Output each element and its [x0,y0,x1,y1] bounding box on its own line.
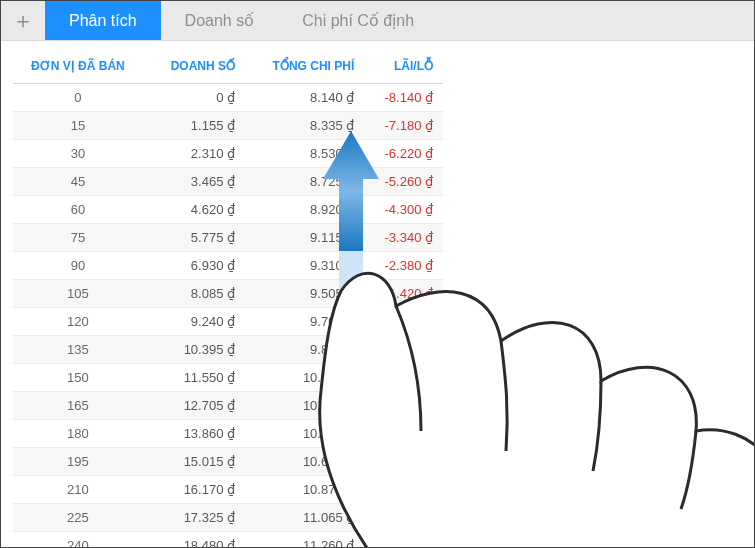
sales-cell: 12.705 ₫ [147,392,245,420]
cost-cell: 9.310 ₫ [245,252,364,280]
profit-loss-cell: -7.180 ₫ [364,112,443,140]
profit-loss-cell: -5.260 ₫ [364,168,443,196]
add-tab-button[interactable]: ＋ [1,1,45,40]
profit-loss-cell: -3.340 ₫ [364,224,443,252]
cost-cell: 11.260 ₫ [245,532,364,549]
cost-cell: 10.675 ₫ [245,448,364,476]
table-row[interactable]: 21016.170 ₫10.870 ₫5.3 [13,476,443,504]
table-row[interactable]: 906.930 ₫9.310 ₫-2.380 ₫ [13,252,443,280]
cost-cell: 9.115 ₫ [245,224,364,252]
table-row[interactable]: 18013.860 ₫10.480 ₫ [13,420,443,448]
units-cell: 195 [13,448,147,476]
cost-cell: 11.065 ₫ [245,504,364,532]
units-cell: 105 [13,280,147,308]
units-cell: 75 [13,224,147,252]
table-row[interactable]: 13510.395 ₫9.895 ₫ [13,336,443,364]
tab-sales[interactable]: Doanh số [161,1,279,40]
cost-cell: 8.920 ₫ [245,196,364,224]
sales-cell: 8.085 ₫ [147,280,245,308]
cost-cell: 8.530 ₫ [245,140,364,168]
units-cell: 210 [13,476,147,504]
profit-loss-cell: 6.2 [364,504,443,532]
table-row[interactable]: 22517.325 ₫11.065 ₫6.2 [13,504,443,532]
cost-cell: 8.140 ₫ [245,84,364,112]
sales-cell: 0 ₫ [147,84,245,112]
profit-loss-cell [364,336,443,364]
table-row[interactable]: 755.775 ₫9.115 ₫-3.340 ₫ [13,224,443,252]
profit-loss-cell: 4.3 [364,448,443,476]
profit-loss-cell: 7.2 [364,532,443,549]
cost-cell: 9.895 ₫ [245,336,364,364]
cost-cell: 9.700 ₫ [245,308,364,336]
table-row[interactable]: 1209.240 ₫9.700 ₫460 ₫ [13,308,443,336]
profit-loss-cell: -4.300 ₫ [364,196,443,224]
sales-cell: 5.775 ₫ [147,224,245,252]
cost-cell: 10.285 ₫ [245,392,364,420]
profit-loss-cell: 460 ₫ [364,308,443,336]
table-row[interactable]: 604.620 ₫8.920 ₫-4.300 ₫ [13,196,443,224]
sales-cell: 18.480 ₫ [147,532,245,549]
units-cell: 150 [13,364,147,392]
col-total-cost: TỔNG CHI PHÍ [245,49,364,84]
sales-cell: 17.325 ₫ [147,504,245,532]
profit-loss-cell [364,420,443,448]
cost-cell: 9.505 ₫ [245,280,364,308]
sales-cell: 11.550 ₫ [147,364,245,392]
sales-cell: 16.170 ₫ [147,476,245,504]
table-row[interactable]: 302.310 ₫8.530 ₫-6.220 ₫ [13,140,443,168]
table-row[interactable]: 19515.015 ₫10.675 ₫4.3 [13,448,443,476]
profit-loss-cell: -8.140 ₫ [364,84,443,112]
profit-loss-cell: -2.380 ₫ [364,252,443,280]
tab-bar: ＋ Phân tích Doanh số Chi phí Cố định [1,1,754,41]
cost-cell: 8.725 ₫ [245,168,364,196]
table-row[interactable]: 151.155 ₫8.335 ₫-7.180 ₫ [13,112,443,140]
units-cell: 120 [13,308,147,336]
cost-cell: 8.335 ₫ [245,112,364,140]
sales-cell: 9.240 ₫ [147,308,245,336]
data-table[interactable]: ĐƠN VỊ ĐÃ BÁN DOANH SỐ TỔNG CHI PHÍ LÃI/… [13,49,443,548]
units-cell: 0 [13,84,147,112]
units-cell: 240 [13,532,147,549]
units-cell: 225 [13,504,147,532]
profit-loss-cell [364,392,443,420]
sales-cell: 3.465 ₫ [147,168,245,196]
units-cell: 180 [13,420,147,448]
profit-loss-cell [364,364,443,392]
units-cell: 30 [13,140,147,168]
sales-cell: 15.015 ₫ [147,448,245,476]
table-row[interactable]: 453.465 ₫8.725 ₫-5.260 ₫ [13,168,443,196]
sales-cell: 10.395 ₫ [147,336,245,364]
cost-cell: 10.480 ₫ [245,420,364,448]
col-units-sold: ĐƠN VỊ ĐÃ BÁN [13,49,147,84]
col-profit-loss: LÃI/LỖ [364,49,443,84]
sales-cell: 2.310 ₫ [147,140,245,168]
table-row[interactable]: 15011.550 ₫10.090 ₫ [13,364,443,392]
table-row[interactable]: 24018.480 ₫11.260 ₫7.2 [13,532,443,549]
units-cell: 135 [13,336,147,364]
data-table-wrap: ĐƠN VỊ ĐÃ BÁN DOANH SỐ TỔNG CHI PHÍ LÃI/… [1,41,754,548]
units-cell: 90 [13,252,147,280]
table-row[interactable]: 16512.705 ₫10.285 ₫ [13,392,443,420]
table-row[interactable]: 00 ₫8.140 ₫-8.140 ₫ [13,84,443,112]
table-row[interactable]: 1058.085 ₫9.505 ₫-1.420 ₫ [13,280,443,308]
col-revenue: DOANH SỐ [147,49,245,84]
units-cell: 15 [13,112,147,140]
tab-fixed-costs[interactable]: Chi phí Cố định [278,1,438,40]
sales-cell: 6.930 ₫ [147,252,245,280]
tab-analysis[interactable]: Phân tích [45,1,161,40]
units-cell: 60 [13,196,147,224]
profit-loss-cell: -6.220 ₫ [364,140,443,168]
sales-cell: 4.620 ₫ [147,196,245,224]
sales-cell: 13.860 ₫ [147,420,245,448]
cost-cell: 10.870 ₫ [245,476,364,504]
sales-cell: 1.155 ₫ [147,112,245,140]
units-cell: 165 [13,392,147,420]
profit-loss-cell: -1.420 ₫ [364,280,443,308]
profit-loss-cell: 5.3 [364,476,443,504]
cost-cell: 10.090 ₫ [245,364,364,392]
units-cell: 45 [13,168,147,196]
